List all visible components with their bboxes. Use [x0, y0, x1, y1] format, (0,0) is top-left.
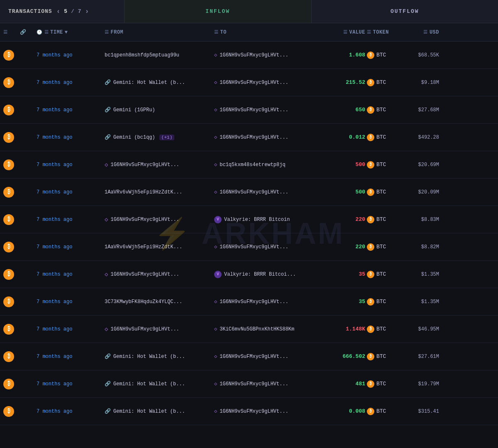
col-to[interactable]: ☰ TO: [214, 29, 322, 35]
table-row[interactable]: ₿ 7 months ago 🔗 Gemini: Hot Wallet (b..…: [0, 370, 498, 398]
from-cell[interactable]: 🔗 Gemini: Hot Wallet (b...: [105, 381, 212, 387]
to-cell[interactable]: ◇ 1G6NH9vSuFMxyc9gLHVt...: [214, 299, 322, 305]
token-btc-icon: ₿: [367, 51, 374, 59]
col-token[interactable]: ☰ TOKEN: [367, 29, 400, 35]
token-name: BTC: [376, 299, 386, 305]
filter-icon[interactable]: ☰: [3, 29, 8, 35]
table-row[interactable]: ₿ 7 months ago 🔗 Gemini: Hot Wallet (b..…: [0, 69, 498, 96]
token-cell: ₿ BTC: [367, 353, 400, 360]
to-cell[interactable]: ◇ 1G6NH9vSuFMxyc9gLHVt...: [214, 79, 322, 86]
to-cell[interactable]: ◇ 1G6NH9vSuFMxyc9gLHVt...: [214, 107, 322, 113]
row-icon-slot: ₿: [3, 269, 14, 280]
from-cell[interactable]: 🔗 Gemini: Hot Wallet (b...: [105, 79, 212, 86]
token-label: TOKEN: [373, 29, 389, 35]
table-row[interactable]: ₿ 7 months ago ◇ 1G6NH9vSuFMxyc9gLHVt...…: [0, 206, 498, 233]
inflow-label: INFLOW: [205, 8, 230, 15]
table-row[interactable]: ₿ 7 months ago 🔗 Gemini (bc1qg)(+1) ◇ 1G…: [0, 124, 498, 151]
to-address: 1G6NH9vSuFMxyc9gLHVt...: [220, 135, 288, 140]
from-cell[interactable]: ◇ 1G6NH9vSuFMxyc9gLHVt...: [105, 271, 212, 278]
from-cell[interactable]: 🔗 Gemini: Hot Wallet (b...: [105, 408, 212, 414]
table-row[interactable]: ₿ 7 months ago 🔗 Gemini: Hot Wallet (b..…: [0, 343, 498, 370]
from-cell[interactable]: ◇ 1G6NH9vSuFMxyc9gLHVt...: [105, 216, 212, 223]
table-row[interactable]: ₿ 7 months ago 1AaVRv6vWjh5eFpi9HzZdtK..…: [0, 233, 498, 261]
from-cell[interactable]: bc1qpenh8mshfdp5mptuag99u: [105, 52, 212, 58]
prev-page-arrow[interactable]: ‹: [56, 8, 61, 15]
from-cell[interactable]: 3C73KMwybFK8HqduZk4YLQC...: [105, 299, 212, 305]
to-cell[interactable]: V Valkyrie: BRRR Bitcoin: [214, 216, 322, 223]
to-cell[interactable]: ◇ 1G6NH9vSuFMxyc9gLHVt...: [214, 353, 322, 360]
value-cell: 220: [324, 216, 365, 223]
token-btc-icon: ₿: [367, 79, 374, 86]
table-row[interactable]: ₿ 7 months ago 🔗 Gemini (1GPRu) ◇ 1G6NH9…: [0, 96, 498, 124]
to-diamond-icon: ◇: [214, 408, 217, 414]
token-btc-icon: ₿: [367, 380, 374, 388]
to-cell[interactable]: ◇ 1G6NH9vSuFMxyc9gLHVt...: [214, 134, 322, 140]
token-name: BTC: [376, 381, 386, 387]
token-name: BTC: [376, 162, 386, 168]
token-btc-icon: ₿: [367, 106, 374, 114]
row-icon-slot: ₿: [3, 379, 14, 389]
row-icon-slot: ₿: [3, 214, 14, 225]
to-cell[interactable]: ◇ 1G6NH9vSuFMxyc9gLHVt...: [214, 189, 322, 195]
from-cell[interactable]: 🔗 Gemini (1GPRu): [105, 107, 212, 113]
from-cell[interactable]: 1AaVRv6vWjh5eFpi9HzZdtK...: [105, 189, 212, 195]
table-row[interactable]: ₿ 7 months ago ◇ 1G6NH9vSuFMxyc9gLHVt...…: [0, 151, 498, 179]
pagination[interactable]: ‹ 5 / 7 ›: [56, 8, 90, 15]
to-cell[interactable]: ◇ 1G6NH9vSuFMxyc9gLHVt...: [214, 381, 322, 387]
diamond-icon: ◇: [105, 271, 108, 278]
usd-cell: $46.95M: [402, 326, 439, 332]
col-from[interactable]: ☰ FROM: [105, 29, 212, 35]
token-btc-icon: ₿: [367, 189, 374, 196]
row-icon-slot: ₿: [3, 50, 14, 61]
to-diamond-icon: ◇: [214, 162, 217, 168]
from-cell[interactable]: 🔗 Gemini (bc1qg)(+1): [105, 134, 212, 140]
to-diamond-icon: ◇: [214, 134, 217, 140]
btc-icon: ₿: [3, 406, 14, 417]
col-time[interactable]: 🕐 ☰ TIME ▼: [37, 29, 103, 35]
to-cell[interactable]: V Valkyrie: BRRR Bitcoi...: [214, 271, 322, 278]
from-cell[interactable]: 1AaVRv6vWjh5eFpi9HzZdtK...: [105, 244, 212, 250]
table-row[interactable]: ₿ 7 months ago 1AaVRv6vWjh5eFpi9HzZdtK..…: [0, 179, 498, 206]
btc-icon: ₿: [3, 132, 14, 143]
to-diamond-icon: ◇: [214, 299, 217, 305]
row-icon-slot: ₿: [3, 324, 14, 335]
col-link[interactable]: 🔗: [20, 29, 35, 35]
diamond-icon: ◇: [105, 216, 108, 223]
from-cell[interactable]: 🔗 Gemini: Hot Wallet (b...: [105, 353, 212, 360]
table-row[interactable]: ₿ 7 months ago 3C73KMwybFK8HqduZk4YLQC..…: [0, 288, 498, 316]
to-cell[interactable]: ◇ 1G6NH9vSuFMxyc9gLHVt...: [214, 244, 322, 250]
from-address: Gemini: Hot Wallet (b...: [113, 354, 185, 360]
to-cell[interactable]: ◇ 3KiC6mvNu5GBPnxKhtHKS88Km: [214, 326, 322, 332]
badge: (+1): [159, 135, 174, 140]
token-btc-icon: ₿: [367, 326, 374, 333]
time-cell: 7 months ago: [37, 80, 103, 86]
col-value[interactable]: ☰ VALUE: [324, 29, 365, 35]
btc-icon: ₿: [3, 324, 14, 335]
from-address: Gemini: Hot Wallet (b...: [113, 80, 185, 86]
token-btc-icon: ₿: [367, 408, 374, 415]
table-row[interactable]: ₿ 7 months ago bc1qpenh8mshfdp5mptuag99u…: [0, 42, 498, 69]
value-cell: 215.52: [324, 79, 365, 86]
col-filter[interactable]: ☰: [3, 29, 18, 35]
column-headers: ☰ 🔗 🕐 ☰ TIME ▼ ☰ FROM ☰ TO ☰ VALUE ☰ TOK…: [0, 23, 498, 42]
time-cell: 7 months ago: [37, 299, 103, 305]
to-address: 1G6NH9vSuFMxyc9gLHVt...: [220, 354, 288, 360]
from-cell[interactable]: ◇ 1G6NH9vSuFMxyc9gLHVt...: [105, 161, 212, 168]
col-usd[interactable]: ☰ USD: [402, 29, 439, 35]
table-row[interactable]: ₿ 7 months ago ◇ 1G6NH9vSuFMxyc9gLHVt...…: [0, 316, 498, 343]
row-icon-slot: ₿: [3, 242, 14, 252]
outflow-header: OUTFLOW: [312, 0, 498, 23]
to-cell[interactable]: ◇ 1G6NH9vSuFMxyc9gLHVt...: [214, 52, 322, 58]
time-cell: 7 months ago: [37, 217, 103, 223]
table-row[interactable]: ₿ 7 months ago ◇ 1G6NH9vSuFMxyc9gLHVt...…: [0, 261, 498, 288]
to-cell[interactable]: ◇ 1G6NH9vSuFMxyc9gLHVt...: [214, 408, 322, 414]
from-cell[interactable]: ◇ 1G6NH9vSuFMxyc9gLHVt...: [105, 326, 212, 333]
token-cell: ₿ BTC: [367, 189, 400, 196]
next-page-arrow[interactable]: ›: [85, 8, 90, 15]
time-cell: 7 months ago: [37, 189, 103, 195]
to-cell[interactable]: ◇ bc1q5kxm48s4etrewtp8jq: [214, 162, 322, 168]
token-cell: ₿ BTC: [367, 271, 400, 278]
value-label: VALUE: [349, 29, 365, 35]
usd-cell: $20.09M: [402, 189, 439, 195]
table-row[interactable]: ₿ 7 months ago 🔗 Gemini: Hot Wallet (b..…: [0, 398, 498, 425]
